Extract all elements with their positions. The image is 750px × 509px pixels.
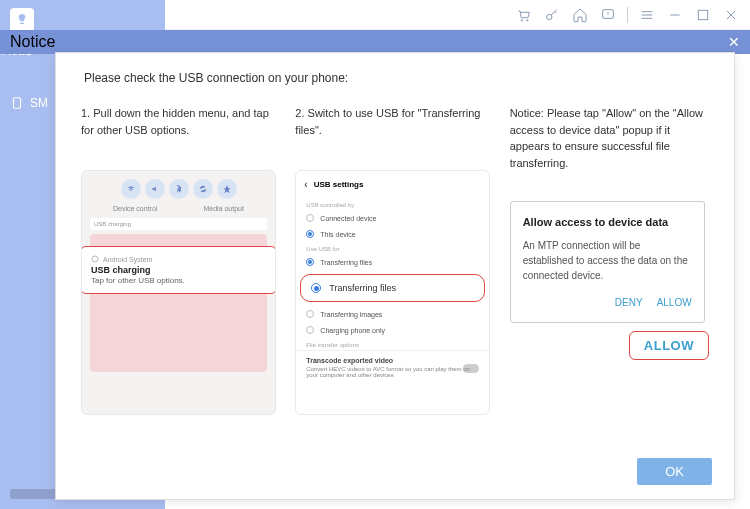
- dialog-text: An MTP connection will be established to…: [523, 238, 692, 283]
- step-1: 1. Pull down the hidden menu, and tap fo…: [81, 105, 280, 415]
- mock2-row-tfiles: Transferring files: [296, 254, 489, 270]
- mock2-row-this: This device: [296, 226, 489, 242]
- allow-button[interactable]: ALLOW: [657, 297, 692, 308]
- maximize-icon[interactable]: [694, 6, 712, 24]
- minimize-icon[interactable]: [666, 6, 684, 24]
- allow-highlight: ALLOW: [629, 331, 709, 360]
- callout-title: USB charging: [91, 265, 266, 275]
- step-3-callout: ALLOW: [510, 331, 709, 360]
- titlebar-divider: [627, 7, 628, 23]
- close-icon[interactable]: [722, 6, 740, 24]
- subheader-close-icon[interactable]: ✕: [728, 34, 740, 50]
- subheader: Notice ✕: [0, 30, 750, 54]
- step-3-text: Notice: Please tap "Allow" on the "Allow…: [510, 105, 709, 171]
- mock2-row-timages: Transferring images: [296, 306, 489, 322]
- mock1-blur-notif: USB charging: [90, 218, 267, 230]
- step-3-dialog: Allow access to device data An MTP conne…: [510, 201, 705, 323]
- svg-point-3: [547, 14, 552, 19]
- callout-transferring: Transferring files: [329, 283, 396, 293]
- mock2-sec-a: USB controlled by: [296, 198, 489, 210]
- mock1-toggle-row: [90, 179, 267, 199]
- mock2-footer-text: Convert HEVC videos to AVC format so you…: [306, 366, 479, 378]
- svg-rect-0: [14, 98, 21, 109]
- wifi-icon: [121, 179, 141, 199]
- sound-icon: [145, 179, 165, 199]
- callout-text: Tap for other USB options.: [91, 276, 266, 285]
- mock2-footer-title: Transcode exported video: [306, 357, 479, 364]
- rotate-icon: [193, 179, 213, 199]
- mock2-sec-b: Use USB for: [296, 242, 489, 254]
- feedback-icon[interactable]: [599, 6, 617, 24]
- svg-rect-5: [698, 10, 707, 19]
- step-1-text: 1. Pull down the hidden menu, and tap fo…: [81, 105, 280, 155]
- step-2-callout: Transferring files: [300, 274, 485, 302]
- android-icon: [91, 255, 99, 263]
- mock2-footer: Transcode exported video Convert HEVC vi…: [296, 350, 489, 384]
- svg-point-1: [521, 19, 522, 20]
- mock1-tab-b: Media output: [203, 205, 243, 212]
- mock2-row-charge: Charging phone only: [296, 322, 489, 338]
- step-3: Notice: Please tap "Allow" on the "Allow…: [510, 105, 709, 415]
- step-2: 2. Switch to use USB for "Transferring f…: [295, 105, 494, 415]
- app-logo-icon: [10, 8, 34, 32]
- dialog-title: Allow access to device data: [523, 216, 692, 228]
- step-2-text: 2. Switch to use USB for "Transferring f…: [295, 105, 494, 155]
- key-icon[interactable]: [543, 6, 561, 24]
- step-1-mock: Device control Media output USB charging…: [81, 170, 276, 415]
- airplane-icon: [217, 179, 237, 199]
- radio-selected-icon: [311, 283, 321, 293]
- notice-modal: Please check the USB connection on your …: [55, 52, 735, 500]
- deny-button[interactable]: DENY: [615, 297, 643, 308]
- step-2-mock: ‹ USB settings USB controlled by Connect…: [295, 170, 490, 415]
- menu-icon[interactable]: [638, 6, 656, 24]
- svg-point-6: [92, 256, 98, 262]
- modal-prompt: Please check the USB connection on your …: [56, 53, 734, 95]
- home-icon[interactable]: [571, 6, 589, 24]
- callout-sub: Android System: [103, 256, 152, 263]
- ok-button[interactable]: OK: [637, 458, 712, 485]
- back-icon: ‹: [304, 179, 307, 190]
- steps-row: 1. Pull down the hidden menu, and tap fo…: [56, 95, 734, 415]
- titlebar: [165, 0, 750, 30]
- mock1-tab-a: Device control: [113, 205, 157, 212]
- subheader-title: Notice: [10, 33, 55, 51]
- step-1-callout: Android System USB charging Tap for othe…: [81, 246, 276, 294]
- mock2-sec-c: File transfer options: [296, 338, 489, 350]
- svg-point-2: [527, 19, 528, 20]
- mock2-row-connected: Connected device: [296, 210, 489, 226]
- bluetooth-icon: [169, 179, 189, 199]
- sidebar-item-label: SM: [30, 96, 48, 110]
- mock2-header: USB settings: [314, 180, 364, 189]
- cart-icon[interactable]: [515, 6, 533, 24]
